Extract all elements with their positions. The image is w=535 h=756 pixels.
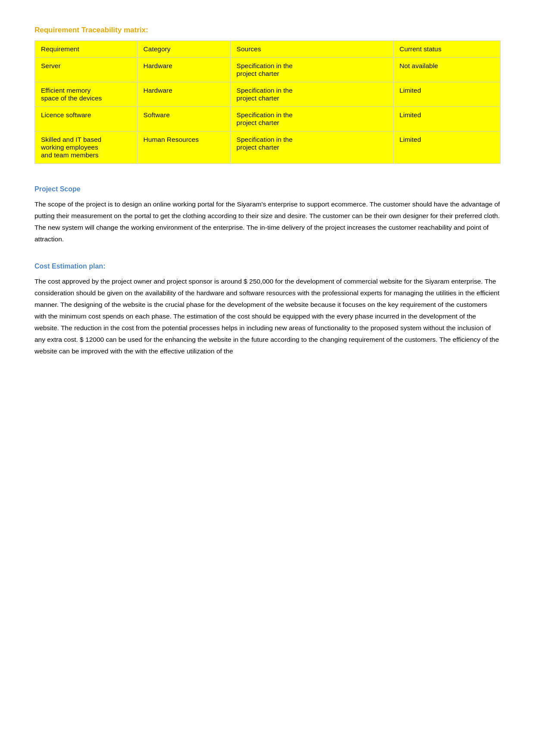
- cost-estimation-section: Cost Estimation plan: The cost approved …: [34, 262, 501, 357]
- req-line1: Efficient memory: [41, 87, 131, 94]
- req-line3: and team members: [41, 151, 131, 159]
- sources-line1: Specification in the: [237, 87, 387, 94]
- cost-estimation-text: The cost approved by the project owner a…: [34, 275, 501, 357]
- sources-line2: project charter: [237, 70, 387, 78]
- category-human-resources: Human Resources: [137, 131, 230, 164]
- table-row: Efficient memory space of the devices Ha…: [35, 82, 501, 107]
- table-row: Licence software Software Specification …: [35, 107, 501, 131]
- sources-4: Specification in the project charter: [230, 131, 393, 164]
- sources-line2: project charter: [237, 119, 387, 127]
- col-header-sources: Sources: [230, 41, 393, 58]
- matrix-heading: Requirement Traceability matrix:: [34, 26, 501, 34]
- req-line1: Skilled and IT based: [41, 136, 131, 144]
- col-header-status: Current status: [393, 41, 500, 58]
- category-hardware-2: Hardware: [137, 82, 230, 107]
- sources-line2: project charter: [237, 94, 387, 102]
- project-scope-text: The scope of the project is to design an…: [34, 198, 501, 245]
- category-software: Software: [137, 107, 230, 131]
- col-header-requirement: Requirement: [35, 41, 138, 58]
- status-limited-2: Limited: [393, 107, 500, 131]
- requirement-skilled-it: Skilled and IT based working employees a…: [35, 131, 138, 164]
- requirement-server: Server: [35, 58, 138, 82]
- requirement-efficient-memory: Efficient memory space of the devices: [35, 82, 138, 107]
- table-row: Server Hardware Specification in the pro…: [35, 58, 501, 82]
- sources-2: Specification in the project charter: [230, 82, 393, 107]
- project-scope-heading: Project Scope: [34, 185, 501, 193]
- req-line2: working employees: [41, 144, 131, 151]
- status-limited-3: Limited: [393, 131, 500, 164]
- requirement-traceability-table: Requirement Category Sources Current sta…: [34, 41, 501, 164]
- table-header-row: Requirement Category Sources Current sta…: [35, 41, 501, 58]
- cost-estimation-heading: Cost Estimation plan:: [34, 262, 501, 270]
- sources-line1: Specification in the: [237, 111, 387, 119]
- status-not-available: Not available: [393, 58, 500, 82]
- status-limited-1: Limited: [393, 82, 500, 107]
- project-scope-section: Project Scope The scope of the project i…: [34, 185, 501, 245]
- sources-line1: Specification in the: [237, 62, 387, 70]
- sources-1: Specification in the project charter: [230, 58, 393, 82]
- sources-line2: project charter: [237, 144, 387, 151]
- col-header-category: Category: [137, 41, 230, 58]
- req-line2: space of the devices: [41, 94, 131, 102]
- table-row: Skilled and IT based working employees a…: [35, 131, 501, 164]
- sources-line1: Specification in the: [237, 136, 387, 144]
- category-hardware-1: Hardware: [137, 58, 230, 82]
- sources-3: Specification in the project charter: [230, 107, 393, 131]
- requirement-licence-software: Licence software: [35, 107, 138, 131]
